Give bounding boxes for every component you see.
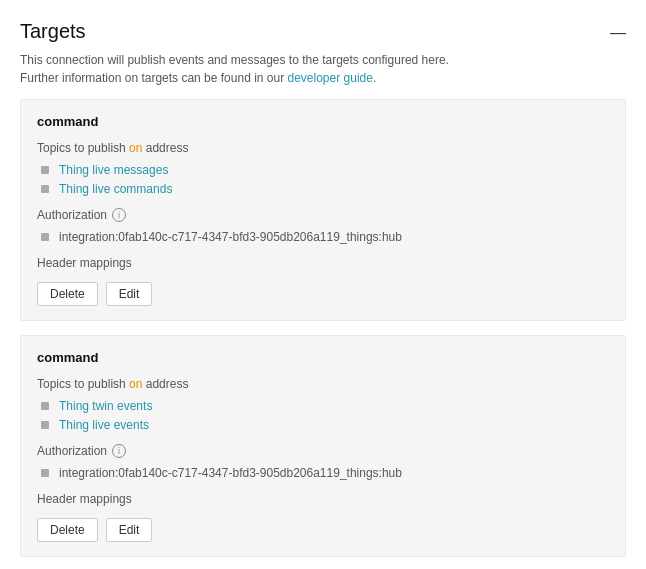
- card-2-header-mappings: Header mappings: [37, 492, 609, 506]
- topic-item-1-1: Thing live commands: [37, 182, 609, 196]
- topics-prefix-1: Topics to publish: [37, 141, 126, 155]
- description-line1: This connection will publish events and …: [20, 53, 626, 67]
- card-2-auth-section: Authorization i integration:0fab140c-c71…: [37, 444, 609, 480]
- card-1-header-mappings: Header mappings: [37, 256, 609, 270]
- card-1-topics-label: Topics to publish on address: [37, 141, 609, 155]
- topics-suffix-1: address: [146, 141, 189, 155]
- card-1-delete-button[interactable]: Delete: [37, 282, 98, 306]
- card-1-title: command: [37, 114, 609, 129]
- auth-info-icon-1[interactable]: i: [112, 208, 126, 222]
- topics-on-2: on: [129, 377, 146, 391]
- card-1-auth-label: Authorization i: [37, 208, 609, 222]
- topic-bullet: [41, 166, 49, 174]
- topic-bullet: [41, 185, 49, 193]
- card-2-topics-label: Topics to publish on address: [37, 377, 609, 391]
- topic-label-2-1: Thing live events: [59, 418, 149, 432]
- collapse-icon[interactable]: —: [610, 24, 626, 42]
- topic-bullet: [41, 421, 49, 429]
- topics-prefix-2: Topics to publish: [37, 377, 126, 391]
- topic-label-1-0: Thing live messages: [59, 163, 168, 177]
- topic-bullet: [41, 402, 49, 410]
- card-2-actions: Delete Edit: [37, 518, 609, 542]
- card-2-edit-button[interactable]: Edit: [106, 518, 153, 542]
- card-2-auth-value: integration:0fab140c-c717-4347-bfd3-905d…: [37, 466, 609, 480]
- further-info-text: Further information on targets can be fo…: [20, 71, 284, 85]
- topics-on-1: on: [129, 141, 146, 155]
- auth-bullet-1: [41, 233, 49, 241]
- topic-item-2-0: Thing twin events: [37, 399, 609, 413]
- page-title: Targets: [20, 20, 86, 43]
- auth-label-text-2: Authorization: [37, 444, 107, 458]
- topic-label-2-0: Thing twin events: [59, 399, 152, 413]
- page-header: Targets —: [20, 20, 626, 43]
- card-2-delete-button[interactable]: Delete: [37, 518, 98, 542]
- card-1-auth-section: Authorization i integration:0fab140c-c71…: [37, 208, 609, 244]
- auth-text-2: integration:0fab140c-c717-4347-bfd3-905d…: [59, 466, 402, 480]
- auth-label-text-1: Authorization: [37, 208, 107, 222]
- target-card-2: command Topics to publish on address Thi…: [20, 335, 626, 557]
- developer-guide-link[interactable]: developer guide: [288, 71, 373, 85]
- auth-text-1: integration:0fab140c-c717-4347-bfd3-905d…: [59, 230, 402, 244]
- page-container: Targets — This connection will publish e…: [0, 0, 646, 569]
- card-2-auth-label: Authorization i: [37, 444, 609, 458]
- topics-suffix-2: address: [146, 377, 189, 391]
- topic-item-2-1: Thing live events: [37, 418, 609, 432]
- topic-item-1-0: Thing live messages: [37, 163, 609, 177]
- target-card-1: command Topics to publish on address Thi…: [20, 99, 626, 321]
- auth-info-icon-2[interactable]: i: [112, 444, 126, 458]
- card-2-title: command: [37, 350, 609, 365]
- card-1-auth-value: integration:0fab140c-c717-4347-bfd3-905d…: [37, 230, 609, 244]
- card-1-actions: Delete Edit: [37, 282, 609, 306]
- auth-bullet-2: [41, 469, 49, 477]
- card-1-edit-button[interactable]: Edit: [106, 282, 153, 306]
- description-line2: Further information on targets can be fo…: [20, 71, 626, 85]
- topic-label-1-1: Thing live commands: [59, 182, 172, 196]
